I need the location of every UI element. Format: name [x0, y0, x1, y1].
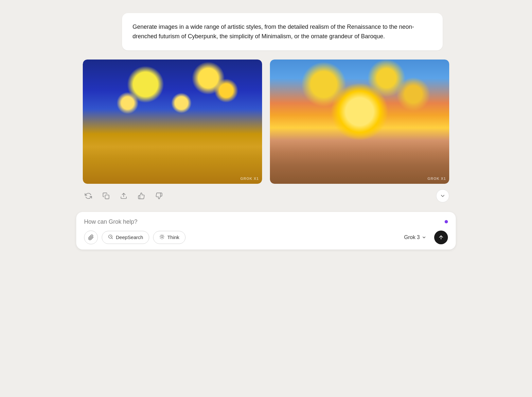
- actions-row: [83, 189, 449, 203]
- chevron-wrapper: [436, 189, 449, 202]
- copy-button[interactable]: [100, 190, 112, 201]
- attach-button[interactable]: [84, 231, 98, 244]
- svg-line-11: [160, 238, 161, 238]
- deep-search-icon-svg: [108, 234, 113, 239]
- think-icon-svg: [159, 234, 165, 239]
- model-selector[interactable]: Grok 3: [400, 232, 430, 243]
- thumbs-up-button[interactable]: [136, 190, 147, 201]
- svg-rect-0: [105, 195, 109, 199]
- svg-line-8: [164, 238, 164, 238]
- svg-line-3: [112, 238, 113, 239]
- image-right-placeholder: [270, 60, 449, 184]
- thumbs-down-icon: [155, 192, 163, 199]
- image-left[interactable]: [83, 60, 262, 184]
- main-content: Generate images in a wide range of artis…: [76, 13, 456, 250]
- think-label: Think: [167, 234, 179, 240]
- svg-line-12: [164, 235, 164, 235]
- input-section: DeepSearch Th: [76, 212, 456, 250]
- copy-icon: [102, 192, 110, 199]
- attach-icon: [88, 234, 94, 240]
- think-button[interactable]: Think: [153, 231, 186, 244]
- send-icon: [438, 234, 444, 240]
- image-right[interactable]: [270, 60, 449, 184]
- images-grid: [83, 60, 449, 184]
- images-section: [76, 60, 456, 203]
- model-chevron-icon: [422, 235, 426, 240]
- message-bubble: Generate images in a wide range of artis…: [122, 13, 443, 50]
- regenerate-icon: [85, 192, 92, 199]
- deepsearch-button[interactable]: DeepSearch: [102, 231, 149, 244]
- message-text: Generate images in a wide range of artis…: [133, 24, 414, 40]
- image-left-placeholder: [83, 60, 262, 184]
- share-icon: [120, 192, 127, 199]
- chat-input[interactable]: [84, 218, 445, 225]
- svg-point-4: [161, 235, 163, 238]
- chevron-down-icon: [440, 193, 446, 199]
- deepsearch-icon: [108, 234, 113, 241]
- thumbs-up-icon: [138, 192, 145, 199]
- collapse-button[interactable]: [436, 189, 449, 202]
- action-buttons: [83, 189, 165, 203]
- send-button[interactable]: [434, 231, 448, 244]
- thumbs-down-button[interactable]: [153, 190, 165, 201]
- share-button[interactable]: [118, 190, 129, 201]
- think-icon: [159, 234, 165, 241]
- input-row: [84, 218, 448, 225]
- toolbar-row: DeepSearch Th: [84, 231, 448, 244]
- deepsearch-label: DeepSearch: [116, 234, 143, 240]
- recording-indicator: [445, 220, 448, 223]
- svg-line-7: [160, 235, 161, 235]
- model-label: Grok 3: [404, 234, 420, 240]
- regenerate-button[interactable]: [83, 190, 94, 201]
